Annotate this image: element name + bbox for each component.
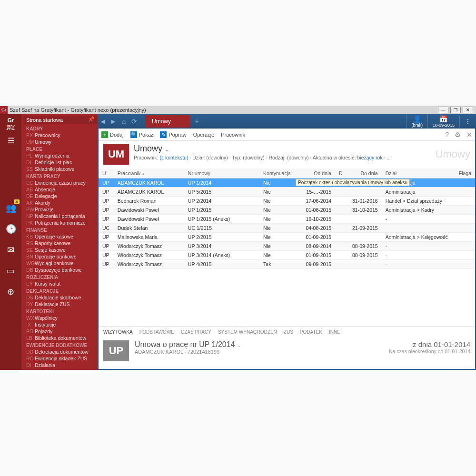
- sidebar-item[interactable]: LBBiblioteka dokumentów: [23, 335, 98, 341]
- detail-tab[interactable]: CZAS PRACY: [181, 329, 211, 335]
- table-row[interactable]: UPADAMCZUK KAROLUP 5/2015Nie15-…-2015Adm…: [99, 188, 475, 197]
- sidebar-item[interactable]: EYKursy walut: [23, 280, 98, 287]
- detail-tab[interactable]: SYSTEM WYNAGRODZEŃ: [218, 329, 277, 335]
- sidebar-item[interactable]: DBDyspozycje bankowe: [23, 267, 98, 273]
- sidebar-item[interactable]: ECEwidencja czasu pracy: [23, 179, 98, 186]
- sidebar-section-title: PŁACE: [23, 145, 98, 152]
- sidebar-section-title: KARTOTEKI: [23, 307, 98, 315]
- detail-duration: Na czas nieokreślony od 01-01-2014: [389, 348, 470, 354]
- app-icon: Gr: [0, 106, 8, 114]
- user-button[interactable]: 👤(brak): [406, 113, 427, 129]
- refresh-icon[interactable]: ⟳: [129, 118, 139, 125]
- sidebar-item[interactable]: BNOperacje bankowe: [23, 253, 98, 260]
- sidebar-item[interactable]: PWProwizje: [23, 206, 98, 213]
- table-row[interactable]: UPBednarek RomanUP 2/2014Nie17-06-201431…: [99, 197, 475, 206]
- tab-umowy[interactable]: Umowy: [145, 115, 190, 128]
- sidebar-item[interactable]: PLWynagrodzenia: [23, 152, 98, 159]
- detail-title[interactable]: Umowa o pracę nr UP 1/2014 ⌄: [135, 340, 241, 349]
- popraw-button[interactable]: ✎Popraw: [160, 131, 186, 138]
- sidebar-item[interactable]: DSDeklaracje skarbowe: [23, 294, 98, 301]
- pracownik-button[interactable]: Pracownik: [221, 132, 245, 138]
- col-u[interactable]: U: [99, 169, 114, 178]
- sidebar-item[interactable]: POPojazdy: [23, 328, 98, 335]
- maximize-button[interactable]: ❐: [450, 107, 461, 113]
- users-icon[interactable]: 👥4: [4, 201, 18, 215]
- table-row[interactable]: UPMalinowska MariaUP 2/2015Nie01-09-2015…: [99, 233, 475, 242]
- sidebar-item[interactable]: SESesje kasowe: [23, 247, 98, 253]
- detail-tab[interactable]: INNE: [329, 329, 340, 335]
- detail-header: UP Umowa o pracę nr UP 1/2014 ⌄ ADAMCZUK…: [99, 337, 475, 369]
- clock-icon[interactable]: 🕑: [4, 222, 18, 236]
- cert-icon[interactable]: ▭: [4, 264, 18, 278]
- sidebar-item[interactable]: ROEwidencja składek ZUS: [23, 355, 98, 362]
- sidebar-section-title: EWIDENCJE DODATKOWE: [23, 341, 98, 348]
- sidebar-item[interactable]: PXPracownicy: [23, 132, 98, 139]
- table-row[interactable]: UCDudek StefanUC 1/2015Nie04-08-201521-0…: [99, 224, 475, 233]
- icon-strip: Gr nexo -PRO- ☰ 👥4 🕑 ✉ ▭ ⊕: [0, 114, 21, 370]
- sidebar-item[interactable]: DLDefinicje list płac: [23, 159, 98, 166]
- table-row[interactable]: UPWłodarczyk TomaszUP 3/2014Nie08-09-201…: [99, 242, 475, 251]
- close-button[interactable]: ✕: [463, 107, 473, 113]
- detail-tab[interactable]: PODSTAWOWE: [139, 329, 174, 335]
- view-title[interactable]: Umowy ⌄: [134, 144, 431, 154]
- detail-tab[interactable]: ZUS: [284, 329, 293, 335]
- minimize-button[interactable]: —: [438, 107, 448, 113]
- sidebar-item[interactable]: DYDeklaracje ZUS: [23, 301, 98, 307]
- sidebar-item[interactable]: DDDekretacja dokumentów: [23, 348, 98, 355]
- sidebar-item[interactable]: UMUmowy: [23, 139, 98, 145]
- detail-tab[interactable]: PODATEK: [300, 329, 322, 335]
- dodaj-button[interactable]: ＋Dodaj: [101, 131, 124, 138]
- menu-icon[interactable]: ☰: [8, 136, 14, 145]
- date-button[interactable]: 📅18-09-2015: [427, 113, 459, 129]
- tooltip: Początek okresu obowiązywania umowy lub …: [296, 179, 410, 186]
- sidebar-item[interactable]: RPRaporty: [23, 368, 98, 370]
- table-row[interactable]: UPADAMCZUK KAROLUP 1/2014Nie01-01-2014Ad…: [99, 178, 475, 188]
- view-header: UM Umowy ⌄ Pracownik: (z kontekstu) · Dz…: [99, 141, 475, 169]
- filter-bar[interactable]: Pracownik: (z kontekstu) · Dział: (dowol…: [134, 155, 431, 160]
- col-kontynuacja[interactable]: Kontynuacja: [259, 169, 295, 178]
- table-row[interactable]: UPWłodarczyk TomaszUP 3/2014 (Aneks)Nie0…: [99, 251, 475, 260]
- sidebar-section-title: ROZLICZENIA: [23, 273, 98, 280]
- table-row[interactable]: UPDawidowski PawełUP 1/2015Nie01-08-2015…: [99, 206, 475, 215]
- close-panel-icon[interactable]: ✕: [466, 131, 472, 139]
- help-icon[interactable]: ?: [445, 131, 449, 139]
- sidebar-item[interactable]: ABAbsencje: [23, 186, 98, 193]
- pokaz-button[interactable]: 🔍Pokaż: [130, 131, 154, 138]
- table-row[interactable]: UPWłodarczyk TomaszUP 4/2015Tak09-09-201…: [99, 260, 475, 269]
- col-do-dnia[interactable]: Do dnia: [347, 169, 382, 178]
- col-pracownik[interactable]: Pracownik▲: [114, 169, 184, 178]
- table-row[interactable]: UPDawidowski PawełUP 1/2015 (Aneks)Nie16…: [99, 215, 475, 224]
- col-od-dnia[interactable]: Od dnia: [295, 169, 335, 178]
- back-icon[interactable]: ◄: [98, 118, 108, 125]
- sidebar-item[interactable]: DIDziałania: [23, 362, 98, 368]
- sidebar-item[interactable]: PKPotrącenia komornicze: [23, 219, 98, 226]
- col-flaga[interactable]: Flaga: [455, 169, 475, 178]
- sidebar-item[interactable]: IXInstytucje: [23, 321, 98, 328]
- detail-subtitle: ADAMCZUK KAROL · 72021418199: [135, 349, 241, 355]
- sidebar-item[interactable]: WXWspólnicy: [23, 315, 98, 321]
- add-shape-icon[interactable]: ⊕: [4, 285, 18, 298]
- detail-tabs: WIZYTÓWKAPODSTAWOWECZAS PRACYSYSTEM WYNA…: [99, 326, 475, 337]
- sidebar-item[interactable]: AKAkordy: [23, 199, 98, 206]
- mail-icon[interactable]: ✉: [4, 243, 18, 257]
- sidebar-item[interactable]: KSOperacje kasowe: [23, 233, 98, 240]
- window-title: Szef Szef na Gratyfikant - Gratyfikant n…: [10, 107, 438, 113]
- pin-icon[interactable]: 📌: [88, 116, 95, 122]
- sidebar-item[interactable]: RSRaporty kasowe: [23, 240, 98, 247]
- gear-icon[interactable]: ⚙: [455, 131, 461, 139]
- operacje-button[interactable]: Operacje: [193, 132, 215, 138]
- sidebar-item[interactable]: WGWyciągi bankowe: [23, 260, 98, 267]
- col-dzial[interactable]: Dział: [382, 169, 455, 178]
- forward-icon[interactable]: ►: [108, 118, 119, 125]
- sidebar-start-page[interactable]: Strona startowa: [23, 116, 98, 124]
- sidebar-item[interactable]: DEDelegacje: [23, 193, 98, 199]
- sidebar-item[interactable]: NPNaliczenia i potrącenia: [23, 213, 98, 219]
- col-d[interactable]: D: [335, 169, 347, 178]
- add-tab-icon[interactable]: +: [195, 117, 199, 126]
- more-icon[interactable]: ⋮: [459, 116, 476, 127]
- toolbar: ＋Dodaj 🔍Pokaż ✎Popraw Operacje Pracownik…: [99, 129, 475, 141]
- sidebar-item[interactable]: SSSkładniki płacowe: [23, 166, 98, 172]
- detail-tab[interactable]: WIZYTÓWKA: [103, 329, 133, 335]
- col-nr-umowy[interactable]: Nr umowy: [184, 169, 259, 178]
- home-icon[interactable]: ⌂: [119, 118, 129, 125]
